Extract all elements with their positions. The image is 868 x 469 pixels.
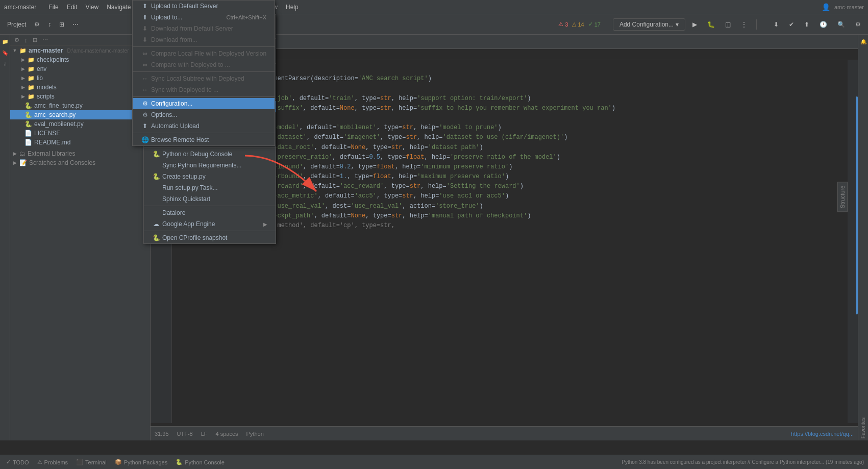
deployment-compare-local[interactable]: ⇔ Compare Local File with Deployed Versi… <box>133 48 275 59</box>
terminal-label: Terminal <box>85 459 107 465</box>
deployment-compare-deployed[interactable]: ⇔ Compare with Deployed to ... <box>133 59 275 70</box>
expand-icon-checkpoints: ▶ <box>20 57 26 62</box>
more-run-options[interactable]: ⋮ <box>738 19 750 30</box>
deployment-sync-deployed[interactable]: ↔ Sync with Deployed to ... <box>133 84 275 95</box>
tree-item-license[interactable]: 📄 LICENSE <box>10 129 150 138</box>
download-from-icon: ⬇ <box>141 36 149 43</box>
deployment-download-default[interactable]: ⬇ Download from Default Server <box>133 23 275 34</box>
deployment-automatic-upload[interactable]: ⬆ Automatic Upload <box>133 120 275 132</box>
python-console-icon: 🐍 <box>152 151 160 158</box>
structure-tab[interactable]: Structure <box>837 182 848 212</box>
tree-item-amc-fine-tune[interactable]: 🐍 amc_fine_tune.py <box>10 101 150 110</box>
tree-item-amc-master[interactable]: ▼ 📁 amc-master D:\amc-master\amc-master <box>10 46 150 55</box>
python-console-tab[interactable]: 🐍 Python Console <box>173 458 227 466</box>
tree-item-readme[interactable]: 📄 README.md <box>10 138 150 147</box>
menu-item-view[interactable]: View <box>81 2 103 13</box>
debug-button[interactable]: 🐛 <box>704 19 718 30</box>
tree-item-scripts[interactable]: ▶ 📁 scripts <box>10 92 150 101</box>
run-setup-label: Run setup.py Task... <box>162 184 218 191</box>
sync-deployed-label: Sync with Deployed to ... <box>151 86 218 93</box>
readme-label: README.md <box>34 139 70 146</box>
menu-entry-datalore[interactable]: Datalore <box>144 207 276 218</box>
models-label: models <box>37 84 57 91</box>
tree-toolbar-settings[interactable]: ⚙ <box>12 36 21 44</box>
separator-6 <box>144 231 276 231</box>
run-button[interactable]: ▶ <box>689 19 700 30</box>
deployment-options[interactable]: ⚙ Options... <box>133 109 275 120</box>
success-count: ✓ 17 <box>588 21 601 28</box>
favorites-tab[interactable]: Favorites <box>859 415 867 440</box>
tree-item-env[interactable]: ▶ 📁 env <box>10 64 150 73</box>
toolbar-btn-settings[interactable]: ⚙ <box>31 19 43 30</box>
deployment-upload-default[interactable]: ⬆ Upload to Default Server <box>133 1 275 12</box>
tree-item-amc-search[interactable]: 🐍 amc_search.py <box>10 110 150 119</box>
deployment-sync-local[interactable]: ↔ Sync Local Subtree with Deployed <box>133 73 275 84</box>
deployment-browse-remote[interactable]: 🌐 Browse Remote Host <box>133 134 275 145</box>
menu-item-help[interactable]: Help <box>282 2 303 13</box>
deployment-configuration[interactable]: ⚙ Configuration... <box>133 98 275 109</box>
status-indent: 4 spaces <box>216 431 238 437</box>
project-dropdown[interactable]: Project <box>4 19 29 30</box>
coverage-button[interactable]: ◫ <box>722 19 734 30</box>
tree-item-scratches[interactable]: ▶ 📝 Scratches and Consoles <box>10 158 150 167</box>
search-everywhere-button[interactable]: 🔍 <box>834 19 848 30</box>
menu-entry-google-app-engine[interactable]: ☁ Google App Engine ▶ <box>144 218 276 230</box>
settings-button[interactable]: ⚙ <box>852 19 864 30</box>
folder-icon-scripts: 📁 <box>28 93 35 100</box>
deployment-download-from[interactable]: ⬇ Download from... <box>133 34 275 45</box>
ext-lib-icon: 🗂 <box>19 150 26 157</box>
csdn-link[interactable]: https://blog.csdn.net/qq... <box>791 431 854 437</box>
menu-entry-cprofile[interactable]: 🐍 Open CProfile snapshot <box>144 232 276 243</box>
history-button[interactable]: 🕐 <box>816 19 830 30</box>
menu-item-edit[interactable]: Edit <box>63 2 82 13</box>
tree-item-models[interactable]: ▶ 📁 models <box>10 83 150 92</box>
tree-item-external-libraries[interactable]: ▶ 🗂 External Libraries <box>10 149 150 158</box>
git-icon[interactable]: ⑃ <box>1 59 10 68</box>
menu-entry-create-setup[interactable]: 🐍 Create setup.py <box>144 171 276 182</box>
menu-entry-sphinx[interactable]: Sphinx Quickstart <box>144 193 276 205</box>
tree-item-checkpoints[interactable]: ▶ 📁 checkpoints <box>10 55 150 64</box>
bookmarks-icon[interactable]: 🔖 <box>1 48 10 57</box>
python-icon-search: 🐍 <box>24 111 32 118</box>
console-icon: 🐍 <box>176 459 183 465</box>
tree-item-eval-mobilenet[interactable]: 🐍 eval_mobilenet.py <box>10 119 150 129</box>
add-configuration-button[interactable]: Add Configuration... ▾ <box>613 18 685 31</box>
compare-deployed-label: Compare with Deployed to ... <box>151 61 230 68</box>
user-icon[interactable]: 👤 <box>822 3 830 11</box>
tree-item-lib[interactable]: ▶ 📁 lib <box>10 73 150 83</box>
python-packages-tab[interactable]: 📦 Python Packages <box>113 458 170 466</box>
config-icon: ⚙ <box>141 100 149 107</box>
folder-icon-models: 📁 <box>28 84 35 91</box>
sync-requirements-label: Sync Python Requirements... <box>162 162 241 169</box>
terminal-tab[interactable]: ⬛ Terminal <box>74 458 109 466</box>
menu-bar: amc-master File Edit View Navigate Code … <box>0 0 868 14</box>
todo-tab[interactable]: ✓ TODO <box>4 458 31 466</box>
download-default-icon: ⬇ <box>141 25 149 32</box>
vcs-update-button[interactable]: ⬇ <box>771 19 782 30</box>
tree-toolbar-sort[interactable]: ↕ <box>22 36 30 44</box>
deployment-upload-to[interactable]: ⬆ Upload to... Ctrl+Alt+Shift+X <box>133 12 275 23</box>
toolbar-btn-expand[interactable]: ⊞ <box>56 19 67 30</box>
problems-tab[interactable]: ⚠ Problems <box>35 458 70 466</box>
compare-local-label: Compare Local File with Deployed Version <box>151 50 266 57</box>
vcs-commit-button[interactable]: ✔ <box>786 19 797 30</box>
toolbar-btn-sort[interactable]: ↕ <box>45 19 54 30</box>
menu-item-file[interactable]: File <box>44 2 62 13</box>
separator-5 <box>144 206 276 206</box>
vcs-push-button[interactable]: ⬆ <box>801 19 812 30</box>
notifications-icon[interactable]: 🔔 <box>859 37 868 46</box>
toolbar-btn-gear[interactable]: ⋯ <box>69 19 82 30</box>
editor-scrollbar[interactable] <box>848 60 858 423</box>
dep-sep-3 <box>133 96 275 97</box>
menu-entry-run-setup[interactable]: Run setup.py Task... <box>144 182 276 193</box>
folder-icon-checkpoints: 📁 <box>28 57 35 63</box>
problems-label: Problems <box>44 459 68 465</box>
tree-toolbar-more[interactable]: ⋯ <box>40 36 50 44</box>
compare-deployed-icon: ⇔ <box>141 61 149 68</box>
project-icon[interactable]: 📁 <box>1 37 10 46</box>
menu-entry-sync-requirements[interactable]: Sync Python Requirements... <box>144 160 276 171</box>
expand-icon-env: ▶ <box>20 66 26 71</box>
tree-toolbar-expand[interactable]: ⊞ <box>31 36 39 44</box>
menu-item-navigate[interactable]: Navigate <box>103 2 135 13</box>
menu-entry-python-debug-console[interactable]: 🐍 Python or Debug Console <box>144 149 276 160</box>
